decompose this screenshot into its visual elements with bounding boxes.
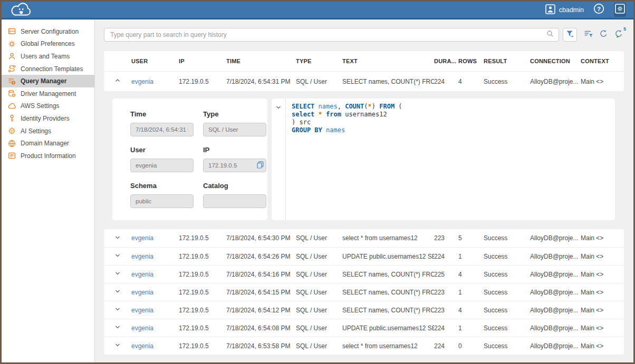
cell-rows: 1 (458, 289, 484, 296)
chevron-down-icon[interactable] (114, 324, 121, 332)
sidebar-item-domain-manager[interactable]: Domain Manager (2, 137, 94, 150)
column-header-type[interactable]: TYPE (296, 58, 342, 64)
user-field[interactable] (130, 159, 194, 172)
cell-connection: AlloyDB@proje... (530, 289, 581, 296)
column-header-connection[interactable]: CONNECTION (530, 58, 581, 64)
key-icon (8, 114, 16, 122)
help-button[interactable]: ? (592, 2, 605, 17)
refresh-icon (599, 29, 608, 40)
sidebar-item-global-preferences[interactable]: Global Preferences (2, 38, 94, 51)
user-link[interactable]: evgenia (131, 271, 153, 278)
sidebar-item-ai-settings[interactable]: AI Settings (2, 125, 94, 137)
chevron-up-icon[interactable] (114, 77, 121, 85)
cell-time: 7/18/2024, 6:53:58 PM (226, 342, 296, 350)
user-link[interactable]: evgenia (131, 289, 153, 296)
sql-fold-gutter[interactable] (272, 99, 286, 220)
cell-result: Success (484, 271, 530, 278)
settings-button[interactable] (614, 3, 626, 17)
chevron-down-icon[interactable] (114, 252, 121, 260)
cell-type: SQL / User (296, 324, 342, 332)
user-link[interactable]: evgenia (131, 78, 153, 85)
cell-context: Main <> (581, 324, 624, 332)
cell-time: 7/18/2024, 6:54:26 PM (226, 253, 296, 260)
cell-ip: 172.19.0.5 (179, 234, 226, 242)
cell-rows: 4 (458, 271, 484, 278)
table-row[interactable]: evgenia172.19.0.57/18/2024, 6:54:15 PMSQ… (104, 283, 624, 301)
cell-text: SELECT names, COUNT(*) FRO... (342, 307, 434, 314)
sidebar-item-query-manager[interactable]: Query Manager (2, 75, 94, 87)
cell-duration: 223 (434, 307, 458, 314)
copy-ip-button[interactable] (255, 161, 265, 170)
sql-code-line: SELECT names, COUNT(*) FROM ( (292, 103, 402, 111)
column-header-context[interactable]: CONTEXT (581, 58, 624, 64)
table-row[interactable]: evgenia172.19.0.57/18/2024, 6:54:16 PMSQ… (104, 265, 624, 283)
sidebar-item-identity-providers[interactable]: Identity Providers (2, 112, 94, 125)
cell-context: Main <> (581, 253, 624, 260)
filter-button[interactable] (563, 28, 577, 42)
time-field[interactable] (130, 123, 194, 136)
cell-text: SELECT names, COUNT(*) FRO... (342, 289, 434, 296)
chevron-down-icon[interactable] (114, 306, 121, 314)
cell-time: 7/18/2024, 6:54:16 PM (226, 271, 296, 278)
chevron-down-icon (275, 103, 282, 113)
cell-duration: 225 (434, 271, 458, 278)
auto-refresh-button[interactable]: 5 (614, 29, 624, 41)
settings-gear-icon (615, 4, 625, 16)
cell-rows: 0 (458, 342, 484, 350)
chevron-down-icon[interactable] (114, 342, 121, 350)
table-row[interactable]: evgenia172.19.0.57/18/2024, 6:54:31 PMSQ… (104, 71, 624, 91)
catalog-field[interactable] (203, 194, 266, 208)
sql-text-viewer: SELECT names, COUNT(*) FROM (select * fr… (272, 99, 615, 220)
cell-context: Main <> (581, 78, 624, 85)
timed-refresh-icon (614, 29, 624, 41)
column-header-rows[interactable]: ROWS (458, 58, 484, 64)
user-link[interactable]: evgenia (131, 253, 153, 260)
sidebar-item-aws-settings[interactable]: AWS Settings (2, 100, 94, 113)
cell-text: SELECT names, COUNT(*) FRO... (342, 78, 434, 85)
cell-connection: AlloyDB@proje... (530, 234, 581, 242)
schema-field[interactable] (130, 194, 194, 208)
query-manager-icon (8, 77, 16, 85)
type-field[interactable] (203, 123, 266, 136)
table-header-row: USERIPTIMETYPETEXTDURA...ROWSRESULTCONNE… (104, 51, 624, 71)
cell-user: evgenia (131, 307, 179, 314)
user-link[interactable]: evgenia (131, 307, 153, 314)
user-link[interactable]: evgenia (131, 234, 153, 242)
column-header-user[interactable]: USER (131, 58, 179, 64)
column-header-dura-[interactable]: DURA... (434, 58, 458, 64)
table-row[interactable]: evgenia172.19.0.57/18/2024, 6:54:26 PMSQ… (104, 247, 624, 265)
query-detail-form: Time Type User IP (112, 99, 267, 220)
cell-type: SQL / User (296, 289, 342, 296)
user-link[interactable]: evgenia (131, 342, 153, 350)
chevron-down-icon[interactable] (114, 288, 121, 296)
table-row[interactable]: evgenia172.19.0.57/18/2024, 6:54:12 PMSQ… (104, 301, 624, 319)
sidebar-item-server-configuration[interactable]: Server Configuration (2, 25, 94, 38)
cell-result: Success (484, 307, 530, 314)
sidebar-item-product-information[interactable]: Product Information (2, 150, 94, 162)
query-history-rows: evgenia172.19.0.57/18/2024, 6:54:30 PMSQ… (104, 229, 624, 355)
sql-code-line: ) src (292, 119, 402, 126)
chevron-down-icon[interactable] (114, 234, 121, 242)
column-header-time[interactable]: TIME (226, 58, 296, 64)
chevron-down-icon[interactable] (114, 270, 121, 278)
sidebar-item-driver-management[interactable]: Driver Management (2, 87, 94, 100)
search-input[interactable] (110, 31, 546, 38)
column-header-text[interactable]: TEXT (342, 58, 434, 64)
catalog-field-label: Catalog (203, 182, 266, 190)
sidebar-item-connection-templates[interactable]: Connection Templates (2, 63, 94, 75)
column-header-ip[interactable]: IP (179, 58, 226, 64)
cell-text: select * from usernames12 (342, 342, 434, 350)
user-link[interactable]: evgenia (131, 324, 153, 332)
refresh-button[interactable] (599, 29, 608, 40)
sql-code-line: GROUP BY names (292, 126, 402, 134)
sidebar-item-users-and-teams[interactable]: Users and Teams (2, 50, 94, 63)
cell-user: evgenia (131, 271, 179, 278)
table-row[interactable]: evgenia172.19.0.57/18/2024, 6:53:58 PMSQ… (104, 337, 624, 355)
table-row[interactable]: evgenia172.19.0.57/18/2024, 6:54:08 PMSQ… (104, 319, 624, 337)
column-header-result[interactable]: RESULT (484, 58, 530, 64)
table-row[interactable]: evgenia172.19.0.57/18/2024, 6:54:30 PMSQ… (104, 229, 624, 247)
sql-code[interactable]: SELECT names, COUNT(*) FROM (select * fr… (286, 99, 408, 220)
log-settings-button[interactable] (584, 29, 593, 40)
user-menu[interactable]: cbadmin (545, 4, 584, 16)
driver-icon (8, 90, 16, 97)
